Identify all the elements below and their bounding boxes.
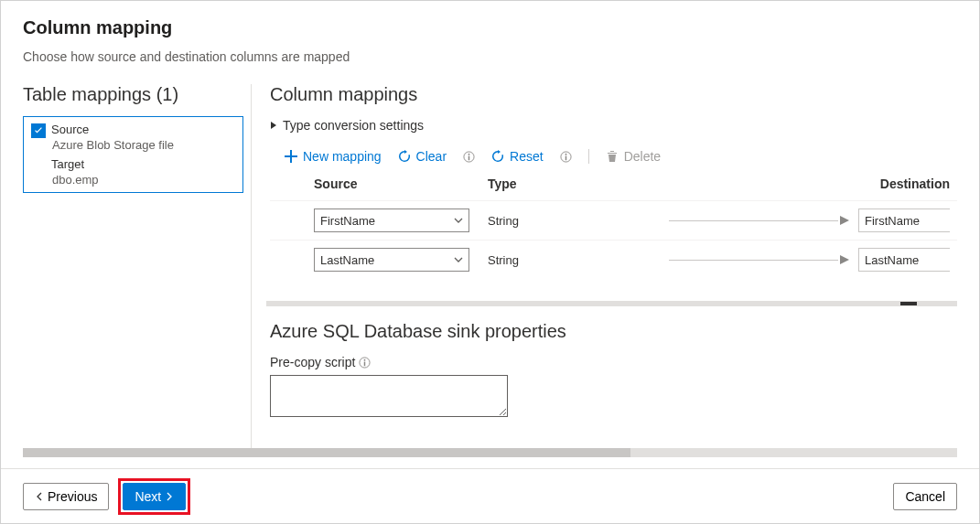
svg-point-4 <box>565 153 566 155</box>
highlight-box: Next <box>118 478 190 515</box>
col-type: Type <box>488 176 669 191</box>
chevron-right-icon <box>165 492 174 501</box>
page-subtitle: Choose how source and destination column… <box>23 49 957 64</box>
cancel-button[interactable]: Cancel <box>893 483 957 510</box>
grip-icon <box>900 302 917 305</box>
svg-point-1 <box>468 153 470 155</box>
clear-info-icon[interactable] <box>463 151 475 163</box>
sink-properties-title: Azure SQL Database sink properties <box>270 321 957 342</box>
precopy-script-input[interactable] <box>270 375 508 417</box>
scrollbar-thumb[interactable] <box>23 448 630 457</box>
mapping-table: Source Type Destination FirstName String <box>270 176 957 279</box>
pane-splitter[interactable] <box>266 301 957 306</box>
clear-button[interactable]: Clear <box>398 149 447 164</box>
chevron-down-icon <box>454 216 463 225</box>
column-mappings-title: Column mappings <box>270 84 957 105</box>
mapping-row: FirstName String FirstName <box>270 200 957 240</box>
target-label: Target <box>51 157 174 171</box>
mapping-toolbar: New mapping Clear Reset <box>285 149 957 164</box>
reset-icon <box>491 150 504 163</box>
checkbox-icon[interactable] <box>31 123 46 138</box>
precopy-info-icon[interactable] <box>359 357 371 369</box>
svg-rect-5 <box>565 155 565 160</box>
arrow-icon <box>669 214 850 228</box>
new-mapping-button[interactable]: New mapping <box>285 149 382 164</box>
horizontal-scrollbar[interactable] <box>23 448 957 457</box>
col-source: Source <box>314 176 488 191</box>
refresh-icon <box>398 150 411 163</box>
target-value: dbo.emp <box>52 173 174 187</box>
reset-button[interactable]: Reset <box>491 149 544 164</box>
next-button[interactable]: Next <box>123 483 186 510</box>
delete-button: Delete <box>606 149 661 164</box>
precopy-label: Pre-copy script <box>270 355 355 369</box>
triangle-right-icon <box>270 122 277 129</box>
chevron-down-icon <box>454 255 463 264</box>
svg-rect-2 <box>468 155 469 160</box>
table-mappings-title: Table mappings (1) <box>23 84 243 105</box>
type-conversion-label: Type conversion settings <box>283 118 424 133</box>
source-select[interactable]: FirstName <box>314 209 469 232</box>
source-label: Source <box>51 123 174 136</box>
plus-icon <box>285 150 297 163</box>
type-cell: String <box>488 253 669 267</box>
source-select[interactable]: LastName <box>314 248 469 272</box>
reset-info-icon[interactable] <box>560 151 572 163</box>
destination-field[interactable]: FirstName <box>858 209 950 232</box>
col-destination: Destination <box>849 176 950 191</box>
page-title: Column mapping <box>23 17 957 38</box>
chevron-left-icon <box>35 492 44 501</box>
type-cell: String <box>488 214 669 228</box>
table-mappings-pane: Table mappings (1) Source Azure Blob Sto… <box>23 84 252 450</box>
destination-field[interactable]: LastName <box>858 248 950 272</box>
mapping-row: LastName String LastName <box>270 240 957 279</box>
wizard-footer: Previous Next Cancel <box>1 468 979 523</box>
arrow-icon <box>669 253 850 267</box>
svg-point-7 <box>364 358 366 360</box>
svg-rect-8 <box>364 361 365 366</box>
toolbar-separator <box>588 149 589 164</box>
previous-button[interactable]: Previous <box>23 483 109 510</box>
source-value: Azure Blob Storage file <box>52 138 174 152</box>
wizard-frame: Column mapping Choose how source and des… <box>0 0 980 524</box>
column-mappings-pane: Column mappings Type conversion settings… <box>252 84 957 450</box>
trash-icon <box>606 150 619 163</box>
type-conversion-expander[interactable]: Type conversion settings <box>270 118 957 133</box>
mapping-card[interactable]: Source Azure Blob Storage file Target db… <box>23 116 243 193</box>
